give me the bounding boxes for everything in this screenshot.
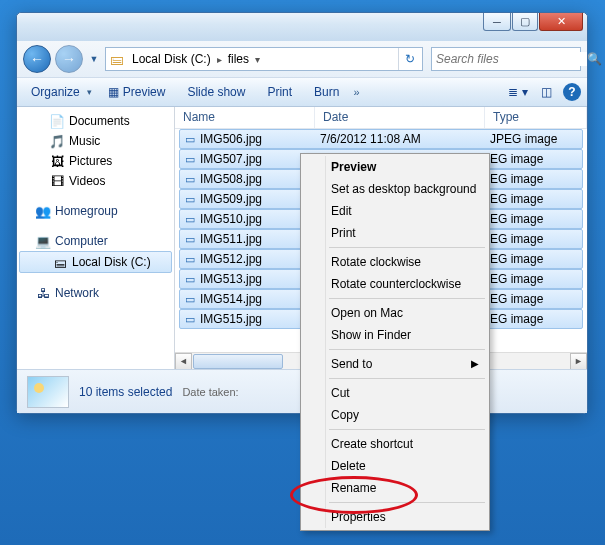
overflow-chevron-icon[interactable]: »	[353, 86, 359, 98]
image-file-icon: ▭	[180, 173, 200, 186]
ctx-edit[interactable]: Edit	[303, 200, 487, 222]
refresh-button[interactable]: ↻	[398, 48, 420, 70]
breadcrumb-localdisk[interactable]: Local Disk (C:)	[128, 52, 215, 66]
image-file-icon: ▭	[180, 253, 200, 266]
disk-icon: 🖴	[52, 254, 68, 270]
file-type: EG image	[490, 272, 582, 286]
sidebar-item-computer[interactable]: 💻Computer	[17, 231, 174, 251]
context-menu: Preview Set as desktop background Edit P…	[300, 153, 490, 531]
scroll-thumb[interactable]	[193, 354, 283, 369]
help-button[interactable]: ?	[563, 83, 581, 101]
ctx-copy[interactable]: Copy	[303, 404, 487, 426]
maximize-button[interactable]: ▢	[512, 13, 538, 31]
ctx-set-desktop-bg[interactable]: Set as desktop background	[303, 178, 487, 200]
sidebar-item-localdisk[interactable]: 🖴Local Disk (C:)	[19, 251, 172, 273]
view-options-button[interactable]: ≣ ▾	[507, 82, 529, 102]
sidebar-item-music[interactable]: 🎵Music	[17, 131, 174, 151]
ctx-properties[interactable]: Properties	[303, 506, 487, 528]
column-name[interactable]: Name	[175, 107, 315, 128]
ctx-show-in-finder[interactable]: Show in Finder	[303, 324, 487, 346]
image-file-icon: ▭	[180, 233, 200, 246]
column-type[interactable]: Type	[485, 107, 587, 128]
ctx-open-on-mac[interactable]: Open on Mac	[303, 302, 487, 324]
file-type: EG image	[490, 292, 582, 306]
selection-thumbnail-icon	[27, 376, 69, 408]
scroll-left-icon[interactable]: ◄	[175, 353, 192, 370]
address-bar[interactable]: 🖴 Local Disk (C:) ▸ files ▾ ↻	[105, 47, 423, 71]
ctx-send-to[interactable]: Send to▶	[303, 353, 487, 375]
navigation-pane: 📄Documents 🎵Music 🖼Pictures 🎞Videos 👥Hom…	[17, 107, 175, 369]
separator	[329, 429, 485, 430]
pictures-icon: 🖼	[49, 153, 65, 169]
ctx-rotate-cw[interactable]: Rotate clockwise	[303, 251, 487, 273]
search-box[interactable]: 🔍	[431, 47, 581, 71]
network-icon: 🖧	[35, 285, 51, 301]
ctx-preview[interactable]: Preview	[303, 156, 487, 178]
videos-icon: 🎞	[49, 173, 65, 189]
print-button[interactable]: Print	[259, 82, 300, 102]
preview-pane-button[interactable]: ◫	[535, 82, 557, 102]
file-type: EG image	[490, 152, 582, 166]
documents-icon: 📄	[49, 113, 65, 129]
close-button[interactable]: ✕	[539, 13, 583, 31]
file-type: EG image	[490, 192, 582, 206]
column-headers: Name Date Type	[175, 107, 587, 129]
ctx-print[interactable]: Print	[303, 222, 487, 244]
slideshow-button[interactable]: Slide show	[179, 82, 253, 102]
image-file-icon: ▭	[180, 133, 200, 146]
file-type: EG image	[490, 172, 582, 186]
separator	[329, 298, 485, 299]
breadcrumb-files[interactable]: files	[224, 52, 253, 66]
sidebar-item-videos[interactable]: 🎞Videos	[17, 171, 174, 191]
preview-button[interactable]: ▦Preview	[100, 82, 174, 102]
sidebar-item-documents[interactable]: 📄Documents	[17, 111, 174, 131]
ctx-rename[interactable]: Rename	[303, 477, 487, 499]
scroll-right-icon[interactable]: ►	[570, 353, 587, 370]
sidebar-item-pictures[interactable]: 🖼Pictures	[17, 151, 174, 171]
minimize-button[interactable]: ─	[483, 13, 511, 31]
sidebar-item-homegroup[interactable]: 👥Homegroup	[17, 201, 174, 221]
separator	[329, 247, 485, 248]
image-file-icon: ▭	[180, 273, 200, 286]
search-icon: 🔍	[587, 52, 602, 66]
ctx-create-shortcut[interactable]: Create shortcut	[303, 433, 487, 455]
music-icon: 🎵	[49, 133, 65, 149]
file-type: EG image	[490, 232, 582, 246]
organize-menu[interactable]: Organize	[23, 82, 94, 102]
burn-button[interactable]: Burn	[306, 82, 347, 102]
image-file-icon: ▭	[180, 153, 200, 166]
image-file-icon: ▭	[180, 313, 200, 326]
titlebar: ─ ▢ ✕	[17, 13, 587, 41]
command-bar: Organize ▦Preview Slide show Print Burn …	[17, 77, 587, 107]
back-button[interactable]: ←	[23, 45, 51, 73]
file-type: EG image	[490, 312, 582, 326]
column-date[interactable]: Date	[315, 107, 485, 128]
ctx-rotate-ccw[interactable]: Rotate counterclockwise	[303, 273, 487, 295]
separator	[329, 502, 485, 503]
homegroup-icon: 👥	[35, 203, 51, 219]
file-type: EG image	[490, 252, 582, 266]
selection-meta: Date taken:	[182, 386, 238, 398]
image-file-icon: ▭	[180, 293, 200, 306]
history-chevron-icon[interactable]: ▼	[87, 49, 101, 69]
folder-icon: 🖴	[108, 50, 126, 68]
forward-button[interactable]: →	[55, 45, 83, 73]
navigation-bar: ← → ▼ 🖴 Local Disk (C:) ▸ files ▾ ↻ 🔍	[17, 41, 587, 77]
computer-icon: 💻	[35, 233, 51, 249]
chevron-right-icon[interactable]: ▾	[255, 54, 260, 65]
chevron-right-icon[interactable]: ▸	[217, 54, 222, 65]
image-file-icon: ▭	[180, 213, 200, 226]
ctx-delete[interactable]: Delete	[303, 455, 487, 477]
file-type: EG image	[490, 212, 582, 226]
selection-count: 10 items selected	[79, 385, 172, 399]
search-input[interactable]	[436, 52, 587, 66]
file-type: JPEG image	[490, 132, 582, 146]
file-row[interactable]: ▭IMG506.jpg7/6/2012 11:08 AMJPEG image	[179, 129, 583, 149]
sidebar-item-network[interactable]: 🖧Network	[17, 283, 174, 303]
submenu-arrow-icon: ▶	[471, 358, 479, 369]
separator	[329, 349, 485, 350]
file-name: IMG506.jpg	[200, 132, 320, 146]
preview-icon: ▦	[108, 85, 119, 99]
ctx-cut[interactable]: Cut	[303, 382, 487, 404]
separator	[329, 378, 485, 379]
